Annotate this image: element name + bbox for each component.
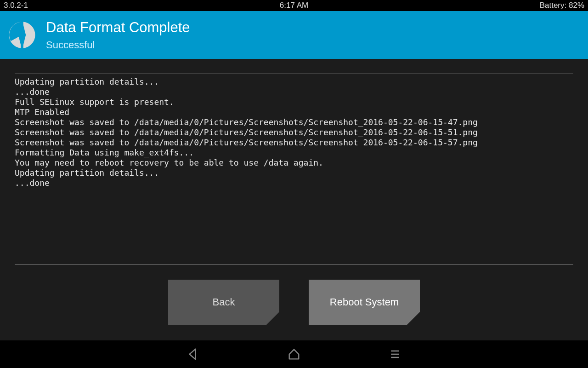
nav-bar [0, 340, 588, 368]
nav-home-button[interactable] [285, 345, 303, 363]
menu-icon [389, 348, 401, 361]
back-button[interactable]: Back [168, 280, 279, 325]
clock: 6:17 AM [280, 1, 308, 10]
header-bar: Data Format Complete Successful [0, 11, 588, 59]
button-row: Back Reboot System [15, 280, 573, 325]
reboot-system-button[interactable]: Reboot System [309, 280, 420, 325]
version-label: 3.0.2-1 [4, 1, 28, 10]
log-output: Updating partition details... ...done Fu… [15, 77, 573, 188]
page-title: Data Format Complete [46, 19, 190, 36]
page-subtitle: Successful [46, 39, 190, 51]
log-panel[interactable]: Updating partition details... ...done Fu… [15, 74, 573, 265]
content-area: Updating partition details... ...done Fu… [0, 59, 588, 340]
nav-back-button[interactable] [184, 345, 202, 363]
home-icon [287, 347, 301, 361]
back-button-label: Back [213, 296, 235, 308]
back-triangle-icon [186, 347, 200, 361]
twrp-logo-icon [6, 19, 38, 51]
reboot-system-button-label: Reboot System [330, 296, 399, 308]
battery-label: Battery: 82% [540, 1, 584, 10]
nav-menu-button[interactable] [386, 345, 404, 363]
status-bar: 3.0.2-1 6:17 AM Battery: 82% [0, 0, 588, 11]
